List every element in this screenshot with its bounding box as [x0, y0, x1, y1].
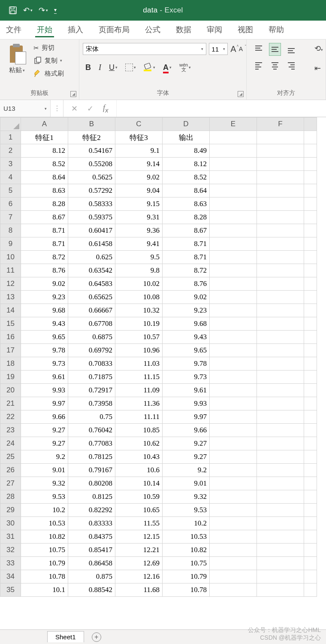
cell[interactable]	[257, 450, 304, 464]
cell[interactable]: 10.75	[21, 544, 68, 557]
cell[interactable]: 10.65	[115, 504, 163, 517]
cell[interactable]	[304, 237, 317, 251]
cell[interactable]	[210, 583, 257, 597]
cell[interactable]	[257, 277, 304, 291]
cell[interactable]: 12.21	[115, 544, 163, 557]
cell[interactable]	[304, 464, 317, 477]
cell[interactable]	[210, 410, 257, 424]
cell[interactable]: 8.67	[163, 224, 210, 237]
cell[interactable]: 9.01	[21, 464, 68, 477]
cell[interactable]	[257, 583, 304, 597]
cell[interactable]: 0.57292	[68, 184, 115, 197]
cell[interactable]: 12.16	[115, 570, 163, 583]
cell[interactable]: 11.11	[115, 410, 163, 424]
row-header[interactable]: 4	[0, 171, 21, 184]
cell[interactable]: 10.82	[163, 544, 210, 557]
cell[interactable]	[304, 530, 317, 544]
row-header[interactable]: 16	[0, 331, 21, 344]
cell[interactable]	[210, 397, 257, 410]
cell[interactable]	[257, 331, 304, 344]
cell[interactable]: 0.54167	[68, 144, 115, 158]
cell[interactable]	[210, 158, 257, 171]
cell[interactable]: 9.78	[163, 357, 210, 371]
cell[interactable]: 9.27	[163, 437, 210, 450]
tab-插入[interactable]: 插入	[66, 21, 85, 39]
cell[interactable]: 8.71	[21, 224, 68, 237]
cell[interactable]: 输出	[163, 131, 210, 144]
cell[interactable]	[210, 304, 257, 317]
cell[interactable]: 9.04	[115, 184, 163, 197]
font-size-select[interactable]: 11▾	[209, 43, 228, 55]
cell[interactable]	[304, 251, 317, 264]
row-header[interactable]: 2	[0, 144, 21, 158]
cell[interactable]: 8.52	[163, 171, 210, 184]
redo-icon[interactable]: ↷▾	[39, 6, 48, 15]
cell[interactable]	[304, 211, 317, 224]
row-header[interactable]: 24	[0, 437, 21, 450]
row-header[interactable]: 23	[0, 424, 21, 437]
cell[interactable]	[210, 264, 257, 277]
cell[interactable]: 8.67	[21, 211, 68, 224]
cell[interactable]: 10.08	[115, 291, 163, 304]
orientation-button[interactable]: ⟲▾	[314, 44, 323, 53]
cell[interactable]: 9.53	[21, 490, 68, 504]
cell[interactable]	[210, 530, 257, 544]
cell[interactable]: 11.15	[115, 371, 163, 384]
add-sheet-button[interactable]: +	[92, 632, 101, 642]
cell[interactable]	[257, 357, 304, 371]
cell[interactable]: 9.02	[115, 171, 163, 184]
formula-input[interactable]	[117, 100, 326, 117]
cell[interactable]	[210, 171, 257, 184]
cell[interactable]	[304, 304, 317, 317]
cell[interactable]: 10.32	[115, 304, 163, 317]
cell[interactable]: 9.2	[21, 450, 68, 464]
cell[interactable]: 0.88542	[68, 583, 115, 597]
cell[interactable]: 10.79	[163, 570, 210, 583]
cell[interactable]: 0.64583	[68, 277, 115, 291]
cell[interactable]	[304, 357, 317, 371]
row-header[interactable]: 13	[0, 291, 21, 304]
cell[interactable]	[257, 371, 304, 384]
cell[interactable]	[210, 344, 257, 357]
cell[interactable]: 0.66667	[68, 304, 115, 317]
cell[interactable]: 8.64	[163, 184, 210, 197]
cell[interactable]: 0.875	[68, 570, 115, 583]
column-header[interactable]: E	[210, 118, 257, 131]
row-header[interactable]: 17	[0, 344, 21, 357]
cell[interactable]: 9.23	[21, 291, 68, 304]
cell[interactable]: 8.63	[163, 197, 210, 211]
cell[interactable]	[257, 158, 304, 171]
cell[interactable]: 9.02	[163, 291, 210, 304]
row-header[interactable]: 1	[0, 131, 21, 144]
cell[interactable]: 0.70833	[68, 357, 115, 371]
cell[interactable]: 8.76	[163, 277, 210, 291]
row-header[interactable]: 21	[0, 397, 21, 410]
cell[interactable]	[257, 131, 304, 144]
cell[interactable]: 8.71	[21, 237, 68, 251]
cell[interactable]	[304, 291, 317, 304]
cell[interactable]: 0.83333	[68, 517, 115, 530]
cell[interactable]: 10.43	[115, 450, 163, 464]
cell[interactable]: 0.63542	[68, 264, 115, 277]
cell[interactable]: 8.71	[163, 237, 210, 251]
cell[interactable]: 9.61	[163, 384, 210, 397]
cell[interactable]	[304, 397, 317, 410]
cell[interactable]	[210, 184, 257, 197]
cell[interactable]	[210, 237, 257, 251]
row-header[interactable]: 33	[0, 557, 21, 570]
column-header[interactable]: A	[21, 118, 68, 131]
select-all-button[interactable]	[0, 118, 21, 131]
tab-文件[interactable]: 文件	[4, 21, 23, 39]
cell[interactable]	[257, 197, 304, 211]
cell[interactable]: 12.69	[115, 557, 163, 570]
cell[interactable]: 10.85	[115, 424, 163, 437]
row-header[interactable]: 25	[0, 450, 21, 464]
cell[interactable]: 9.61	[21, 371, 68, 384]
cell[interactable]: 9.01	[163, 477, 210, 490]
row-header[interactable]: 18	[0, 357, 21, 371]
tab-页面布局[interactable]: 页面布局	[97, 21, 131, 39]
cell[interactable]	[304, 131, 317, 144]
cell[interactable]: 9.68	[163, 317, 210, 331]
cell[interactable]: 9.36	[115, 224, 163, 237]
cell[interactable]: 0.86458	[68, 557, 115, 570]
